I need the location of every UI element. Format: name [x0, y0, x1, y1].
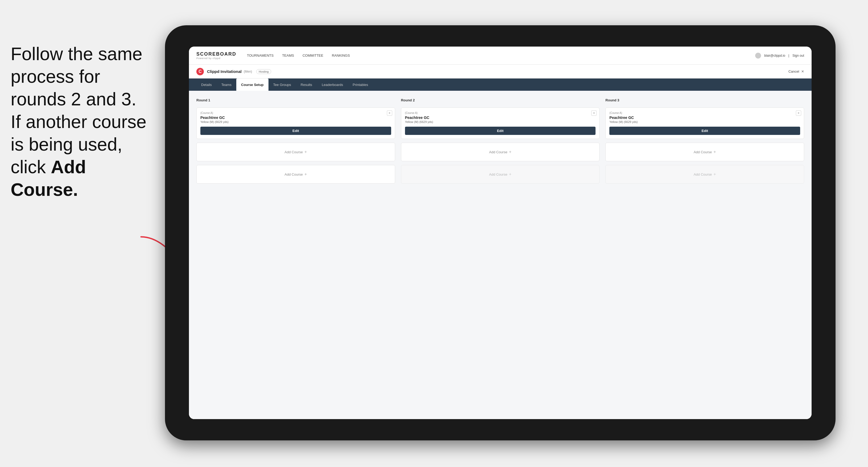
user-email: blair@clippd.io: [764, 54, 785, 58]
round-1-column: Round 1 × (Course A) Peachtree GC Yellow…: [196, 98, 395, 184]
rounds-grid: Round 1 × (Course A) Peachtree GC Yellow…: [196, 98, 804, 184]
round-1-course-card: × (Course A) Peachtree GC Yellow (M) (66…: [196, 107, 395, 139]
round-1-add-text-2: Add Course: [284, 173, 303, 177]
round-2-add-course-2: Add Course +: [401, 165, 600, 184]
tab-tee-groups[interactable]: Tee Groups: [269, 79, 296, 91]
instruction-line1: Follow the same: [11, 44, 142, 64]
round-2-course-label: (Course A): [405, 112, 596, 115]
tab-course-setup[interactable]: Course Setup: [236, 79, 269, 91]
round-3-add-text-2: Add Course: [694, 173, 712, 177]
nav-rankings[interactable]: RANKINGS: [332, 53, 350, 59]
round-1-add-course-1[interactable]: Add Course +: [196, 143, 395, 161]
round-3-add-course-2: Add Course +: [606, 165, 804, 184]
tournament-bar: C Clippd Invitational (Men) Hosting Canc…: [189, 65, 812, 79]
round-2-add-plus-2: +: [509, 172, 512, 177]
round-1-delete-button[interactable]: ×: [387, 111, 392, 116]
instruction-line2: process for: [11, 66, 100, 87]
round-1-edit-button[interactable]: Edit: [200, 127, 391, 135]
tournament-name: Clippd Invitational: [207, 69, 242, 74]
tab-leaderboards[interactable]: Leaderboards: [317, 79, 348, 91]
round-2-column: Round 2 × (Course A) Peachtree GC Yellow…: [401, 98, 600, 184]
tournament-badge: Hosting: [256, 69, 271, 74]
instruction-line4: If another course: [11, 112, 146, 132]
instruction-block: Follow the same process for rounds 2 and…: [0, 42, 165, 201]
nav-teams[interactable]: TEAMS: [282, 53, 294, 59]
nav-committee[interactable]: COMMITTEE: [303, 53, 323, 59]
main-content: Round 1 × (Course A) Peachtree GC Yellow…: [189, 91, 812, 419]
cancel-button[interactable]: Cancel ✕: [788, 69, 804, 73]
tablet-screen: SCOREBOARD Powered by clippd TOURNAMENTS…: [189, 46, 812, 419]
round-1-add-plus-2: +: [304, 172, 307, 177]
tab-teams[interactable]: Teams: [217, 79, 236, 91]
nav-links: TOURNAMENTS TEAMS COMMITTEE RANKINGS: [247, 53, 755, 59]
instruction-line6: click Add Course.: [11, 157, 86, 199]
round-3-course-label: (Course A): [609, 112, 800, 115]
round-3-add-course-1[interactable]: Add Course +: [606, 143, 804, 161]
logo-sub: Powered by clippd: [196, 57, 236, 60]
round-1-course-label: (Course A): [200, 112, 391, 115]
round-3-column: Round 3 × (Course A) Peachtree GC Yellow…: [606, 98, 804, 184]
round-2-add-text-1: Add Course: [489, 150, 507, 154]
logo-area: SCOREBOARD Powered by clippd: [196, 51, 236, 60]
round-2-title: Round 2: [401, 98, 600, 102]
round-3-delete-button[interactable]: ×: [796, 111, 801, 116]
round-2-edit-button[interactable]: Edit: [405, 127, 596, 135]
logo-scoreboard: SCOREBOARD: [196, 51, 236, 57]
tournament-type: (Men): [244, 70, 252, 73]
round-2-course-name: Peachtree GC: [405, 116, 596, 120]
sign-out-link[interactable]: Sign out: [793, 54, 804, 58]
round-2-add-text-2: Add Course: [489, 173, 507, 177]
round-1-course-name: Peachtree GC: [200, 116, 391, 120]
round-2-course-card: × (Course A) Peachtree GC Yellow (M) (66…: [401, 107, 600, 139]
round-2-delete-button[interactable]: ×: [591, 111, 597, 116]
cancel-icon: ✕: [801, 69, 804, 73]
instruction-line5: is being used,: [11, 134, 122, 154]
top-navbar: SCOREBOARD Powered by clippd TOURNAMENTS…: [189, 46, 812, 65]
round-1-add-course-2[interactable]: Add Course +: [196, 165, 395, 184]
round-3-add-plus-2: +: [713, 172, 716, 177]
round-3-edit-button[interactable]: Edit: [609, 127, 800, 135]
sub-tabs-bar: Details Teams Course Setup Tee Groups Re…: [189, 79, 812, 91]
round-3-title: Round 3: [606, 98, 804, 102]
round-3-course-details: Yellow (M) (6629 yds): [609, 120, 800, 123]
round-3-add-plus-1: +: [713, 150, 716, 154]
tab-printables[interactable]: Printables: [348, 79, 373, 91]
round-1-add-plus-1: +: [304, 150, 307, 154]
user-area: blair@clippd.io | Sign out: [755, 53, 804, 59]
round-3-course-name: Peachtree GC: [609, 116, 800, 120]
tab-results[interactable]: Results: [296, 79, 317, 91]
tab-details[interactable]: Details: [196, 79, 217, 91]
tablet-device: SCOREBOARD Powered by clippd TOURNAMENTS…: [165, 25, 836, 440]
round-2-add-plus-1: +: [509, 150, 512, 154]
round-1-course-details: Yellow (M) (6629 yds): [200, 120, 391, 123]
round-1-title: Round 1: [196, 98, 395, 102]
separator: |: [788, 54, 789, 58]
round-1-add-text-1: Add Course: [284, 150, 303, 154]
instruction-line3: rounds 2 and 3.: [11, 89, 136, 109]
user-avatar: [755, 53, 761, 59]
tournament-logo: C: [196, 68, 204, 75]
round-2-add-course-1[interactable]: Add Course +: [401, 143, 600, 161]
round-3-course-card: × (Course A) Peachtree GC Yellow (M) (66…: [606, 107, 804, 139]
round-2-course-details: Yellow (M) (6629 yds): [405, 120, 596, 123]
nav-tournaments[interactable]: TOURNAMENTS: [247, 53, 274, 59]
round-3-add-text-1: Add Course: [694, 150, 712, 154]
